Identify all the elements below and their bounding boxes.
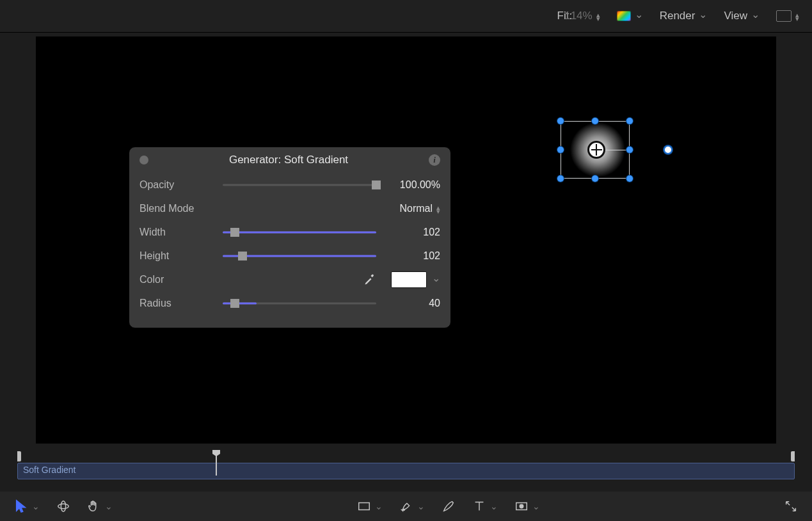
hud-panel[interactable]: Generator: Soft Gradient i Opacity 100.0… <box>129 147 451 328</box>
color-disclosure[interactable] <box>432 273 440 285</box>
timeline-clip[interactable]: Soft Gradient <box>17 463 795 479</box>
viewer-toolbar: Fit: 114% Render View <box>0 0 812 33</box>
opacity-row: Opacity 100.00% <box>139 173 440 196</box>
svg-point-0 <box>58 504 69 508</box>
paint-stroke-tool[interactable] <box>442 499 456 513</box>
chevron-down-icon <box>699 10 707 22</box>
width-label: Width <box>139 227 223 238</box>
eyedropper-icon[interactable] <box>363 273 376 286</box>
view-label: View <box>724 10 747 22</box>
width-slider[interactable] <box>223 228 376 237</box>
mini-timeline[interactable]: Soft Gradient <box>17 451 795 477</box>
select-tool[interactable] <box>14 499 40 513</box>
tools-toolbar <box>0 492 812 521</box>
view-menu[interactable]: View <box>724 10 760 22</box>
stepper-icon <box>596 13 600 20</box>
rotate-handle[interactable] <box>664 145 673 154</box>
resize-handle-bottom-right[interactable] <box>626 175 633 182</box>
blend-mode-label: Blend Mode <box>139 203 223 214</box>
mask-tool[interactable] <box>514 499 540 513</box>
clip-name: Soft Gradient <box>23 465 76 475</box>
rectangle-tool[interactable] <box>357 499 383 513</box>
blend-mode-select[interactable]: Normal <box>376 203 440 214</box>
resize-handle-bottom-left[interactable] <box>557 175 564 182</box>
opacity-value[interactable]: 100.00% <box>376 179 440 191</box>
hud-header[interactable]: Generator: Soft Gradient i <box>139 154 440 166</box>
anchor-point-icon[interactable] <box>587 141 605 159</box>
pen-tool[interactable] <box>399 499 425 513</box>
chevron-down-icon <box>490 501 498 511</box>
in-point-marker[interactable] <box>17 451 21 461</box>
resize-handle-left[interactable] <box>557 147 564 153</box>
height-row: Height 102 <box>139 244 440 268</box>
radius-value[interactable]: 40 <box>376 298 440 309</box>
color-swatch[interactable] <box>391 271 427 288</box>
chevron-down-icon <box>635 10 643 22</box>
chevron-down-icon <box>105 501 113 511</box>
stepper-icon <box>795 13 799 20</box>
hud-close-button[interactable] <box>139 156 148 164</box>
height-slider[interactable] <box>223 252 376 260</box>
height-value[interactable]: 102 <box>376 250 440 262</box>
resize-handle-top[interactable] <box>592 118 598 124</box>
text-tool[interactable] <box>472 499 498 513</box>
chevron-down-icon <box>417 501 425 511</box>
zoom-control[interactable]: Fit: 114% <box>557 10 600 22</box>
opacity-label: Opacity <box>139 179 223 191</box>
zoom-value: 114% <box>564 10 592 22</box>
chevron-down-icon <box>32 501 40 511</box>
out-point-marker[interactable] <box>791 451 795 461</box>
color-label: Color <box>139 274 223 285</box>
color-channels-icon <box>617 11 631 21</box>
radius-label: Radius <box>139 298 223 309</box>
opacity-slider[interactable] <box>223 180 376 189</box>
resize-handle-right[interactable] <box>626 147 633 153</box>
color-channels-menu[interactable] <box>617 10 643 22</box>
radius-slider[interactable] <box>223 299 376 308</box>
pan-tool[interactable] <box>87 499 113 513</box>
stepper-icon <box>436 205 440 213</box>
fullscreen-button[interactable] <box>784 499 798 513</box>
hud-title: Generator: Soft Gradient <box>229 154 348 166</box>
svg-point-5 <box>520 504 523 508</box>
render-menu[interactable]: Render <box>660 10 708 22</box>
selected-object[interactable] <box>561 121 630 179</box>
svg-rect-2 <box>358 503 369 510</box>
safe-zones-menu[interactable] <box>776 10 799 22</box>
chevron-down-icon <box>375 501 383 511</box>
svg-point-1 <box>61 501 65 512</box>
color-row: Color <box>139 268 440 291</box>
chevron-down-icon <box>532 501 540 511</box>
blend-mode-row: Blend Mode Normal <box>139 196 440 220</box>
info-icon[interactable]: i <box>429 154 440 166</box>
resize-handle-top-right[interactable] <box>626 118 633 124</box>
width-row: Width 102 <box>139 220 440 244</box>
playhead[interactable] <box>212 450 220 461</box>
resize-handle-bottom[interactable] <box>592 175 598 182</box>
height-label: Height <box>139 250 223 262</box>
rectangle-icon <box>776 10 792 22</box>
blend-mode-value: Normal <box>399 203 433 214</box>
chevron-down-icon <box>751 10 760 22</box>
3d-transform-tool[interactable] <box>56 499 70 513</box>
render-label: Render <box>660 10 696 22</box>
radius-row: Radius 40 <box>139 291 440 315</box>
resize-handle-top-left[interactable] <box>557 118 564 124</box>
width-value[interactable]: 102 <box>376 227 440 238</box>
timeline-ruler[interactable] <box>17 451 795 461</box>
canvas[interactable]: Generator: Soft Gradient i Opacity 100.0… <box>36 36 776 444</box>
